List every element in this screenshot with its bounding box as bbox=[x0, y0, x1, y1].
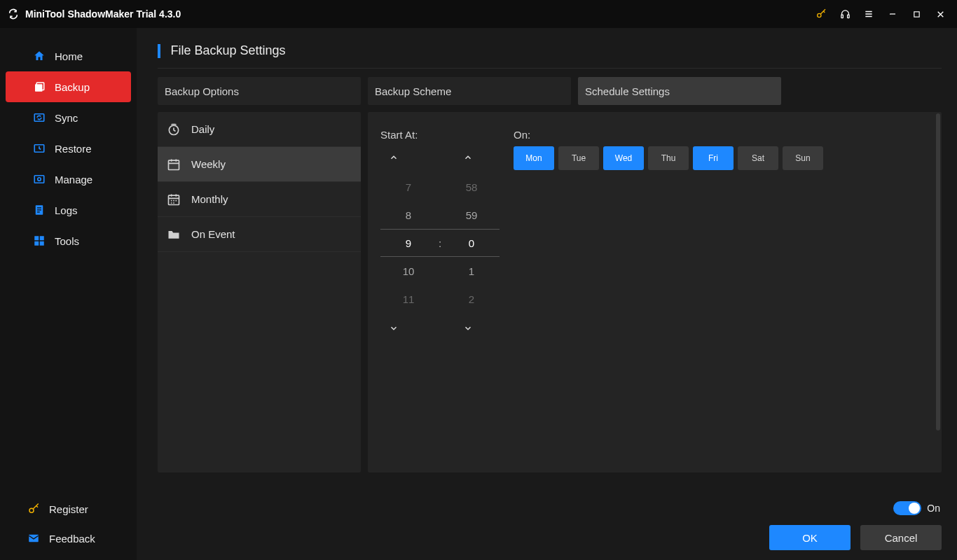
day-sat[interactable]: Sat bbox=[738, 146, 778, 170]
sidebar-item-sync[interactable]: Sync bbox=[6, 102, 131, 133]
restore-icon bbox=[32, 141, 46, 155]
minute-option[interactable]: 1 bbox=[447, 265, 496, 277]
svg-rect-2 bbox=[847, 15, 849, 18]
sidebar-item-backup[interactable]: Backup bbox=[6, 71, 131, 102]
mail-icon bbox=[27, 531, 41, 545]
minute-option[interactable]: 58 bbox=[447, 181, 496, 193]
button-label: OK bbox=[802, 532, 818, 544]
on-label: On: bbox=[514, 129, 929, 141]
frequency-label: Monthly bbox=[191, 193, 228, 205]
menu-icon[interactable] bbox=[859, 4, 879, 24]
sidebar-item-manage[interactable]: Manage bbox=[6, 164, 131, 195]
hour-option[interactable]: 8 bbox=[384, 209, 433, 221]
day-wed[interactable]: Wed bbox=[603, 146, 644, 170]
day-label: Wed bbox=[615, 153, 632, 163]
minute-option[interactable]: 2 bbox=[447, 293, 496, 305]
svg-point-18 bbox=[29, 508, 34, 512]
ok-button[interactable]: OK bbox=[769, 525, 851, 550]
title-accent-bar bbox=[158, 44, 160, 58]
svg-rect-21 bbox=[169, 160, 179, 169]
minute-down-button[interactable] bbox=[463, 323, 491, 333]
svg-rect-8 bbox=[34, 176, 44, 183]
svg-rect-13 bbox=[37, 211, 40, 212]
tab-label: Backup Options bbox=[165, 85, 239, 97]
minute-up-button[interactable] bbox=[463, 153, 491, 162]
support-icon[interactable] bbox=[835, 4, 855, 24]
sidebar: Home Backup Sync Restore Manage Logs bbox=[0, 28, 137, 560]
frequency-panel: Daily Weekly Monthly On Event bbox=[158, 112, 361, 472]
key-icon bbox=[27, 502, 41, 516]
day-label: Thu bbox=[661, 153, 676, 163]
frequency-daily[interactable]: Daily bbox=[158, 112, 361, 147]
page-title: File Backup Settings bbox=[170, 43, 285, 57]
tools-icon bbox=[32, 234, 46, 248]
sync-icon bbox=[32, 111, 46, 125]
logs-icon bbox=[32, 203, 46, 217]
day-tue[interactable]: Tue bbox=[558, 146, 599, 170]
window-close-button[interactable] bbox=[930, 4, 950, 24]
day-label: Mon bbox=[525, 153, 542, 163]
sidebar-feedback[interactable]: Feedback bbox=[0, 524, 137, 553]
tab-schedule-settings[interactable]: Schedule Settings bbox=[578, 77, 781, 105]
panel-scrollbar[interactable] bbox=[936, 113, 940, 430]
tab-backup-scheme[interactable]: Backup Scheme bbox=[368, 77, 571, 105]
app-title: MiniTool ShadowMaker Trial 4.3.0 bbox=[25, 8, 181, 20]
sidebar-register-label: Register bbox=[49, 503, 88, 515]
clock-icon bbox=[166, 122, 181, 137]
frequency-on-event[interactable]: On Event bbox=[158, 217, 361, 252]
window-minimize-button[interactable] bbox=[883, 4, 902, 24]
hour-selected[interactable]: 9 bbox=[384, 237, 433, 249]
home-icon bbox=[32, 49, 46, 63]
hour-option[interactable]: 10 bbox=[384, 265, 433, 277]
manage-icon bbox=[32, 172, 46, 186]
minute-selected[interactable]: 0 bbox=[447, 237, 496, 249]
hour-option[interactable]: 7 bbox=[384, 181, 433, 193]
tab-label: Schedule Settings bbox=[585, 85, 670, 97]
sidebar-item-logs[interactable]: Logs bbox=[6, 195, 131, 225]
hour-up-button[interactable] bbox=[389, 153, 417, 162]
calendar-month-icon bbox=[166, 192, 181, 207]
tab-backup-options[interactable]: Backup Options bbox=[158, 77, 361, 105]
backup-icon bbox=[32, 80, 46, 94]
frequency-weekly[interactable]: Weekly bbox=[158, 147, 361, 182]
schedule-enable-toggle[interactable] bbox=[893, 501, 921, 515]
button-label: Cancel bbox=[885, 532, 918, 544]
hour-option[interactable]: 11 bbox=[384, 293, 433, 305]
sidebar-feedback-label: Feedback bbox=[49, 533, 95, 545]
day-sun[interactable]: Sun bbox=[783, 146, 823, 170]
time-picker[interactable]: 758 859 9 : 0 101 112 bbox=[380, 146, 500, 340]
day-mon[interactable]: Mon bbox=[514, 146, 554, 170]
frequency-monthly[interactable]: Monthly bbox=[158, 182, 361, 217]
frequency-label: On Event bbox=[191, 228, 235, 240]
svg-rect-3 bbox=[914, 11, 918, 16]
window-maximize-button[interactable] bbox=[907, 4, 926, 24]
day-label: Sat bbox=[752, 153, 764, 163]
sidebar-item-home[interactable]: Home bbox=[6, 41, 131, 71]
svg-rect-6 bbox=[34, 114, 44, 122]
svg-rect-12 bbox=[37, 209, 41, 210]
sidebar-item-restore[interactable]: Restore bbox=[6, 133, 131, 164]
cancel-button[interactable]: Cancel bbox=[860, 525, 942, 550]
hour-down-button[interactable] bbox=[389, 323, 417, 333]
day-label: Fri bbox=[708, 153, 718, 163]
calendar-week-icon bbox=[166, 157, 181, 172]
main-panel: File Backup Settings Backup Options Back… bbox=[137, 28, 957, 560]
upgrade-key-icon[interactable] bbox=[811, 4, 831, 24]
sidebar-item-label: Manage bbox=[55, 174, 92, 186]
svg-rect-15 bbox=[40, 236, 44, 240]
sidebar-item-label: Backup bbox=[55, 81, 90, 93]
time-separator: : bbox=[433, 237, 447, 249]
minute-option[interactable]: 59 bbox=[447, 209, 496, 221]
day-label: Tue bbox=[572, 153, 586, 163]
sidebar-register[interactable]: Register bbox=[0, 494, 137, 524]
svg-rect-1 bbox=[841, 15, 843, 18]
day-fri[interactable]: Fri bbox=[693, 146, 734, 170]
frequency-label: Weekly bbox=[191, 158, 226, 170]
day-thu[interactable]: Thu bbox=[648, 146, 689, 170]
day-label: Sun bbox=[795, 153, 810, 163]
sidebar-item-label: Sync bbox=[55, 112, 78, 124]
svg-rect-11 bbox=[37, 207, 41, 208]
app-logo-icon bbox=[7, 8, 20, 20]
toggle-label: On bbox=[927, 503, 940, 514]
sidebar-item-tools[interactable]: Tools bbox=[6, 225, 131, 256]
